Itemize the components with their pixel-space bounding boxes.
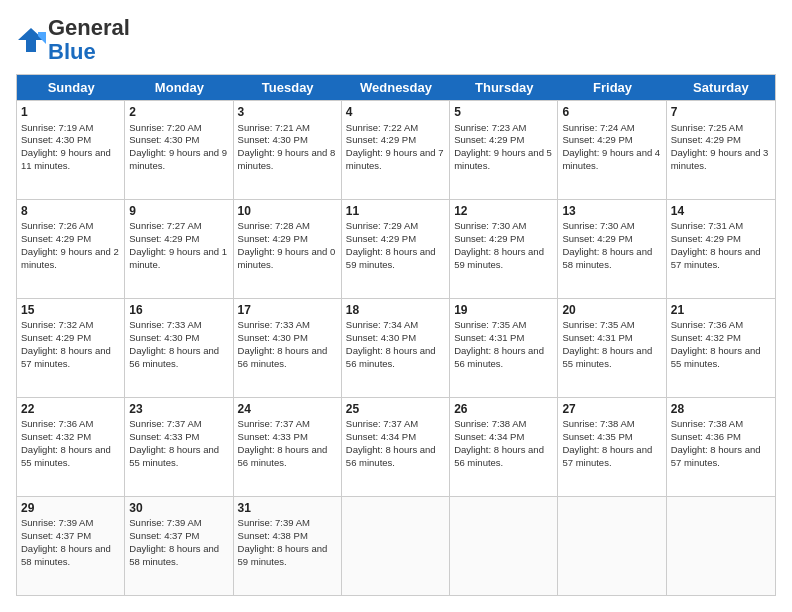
sunset: Sunset: 4:29 PM (454, 134, 524, 145)
sunset: Sunset: 4:32 PM (21, 431, 91, 442)
sunset: Sunset: 4:34 PM (454, 431, 524, 442)
sunset: Sunset: 4:29 PM (21, 233, 91, 244)
sunset: Sunset: 4:29 PM (346, 233, 416, 244)
calendar-cell: 29Sunrise: 7:39 AMSunset: 4:37 PMDayligh… (17, 497, 125, 595)
header-tuesday: Tuesday (234, 75, 342, 100)
sunrise: Sunrise: 7:36 AM (21, 418, 93, 429)
sunset: Sunset: 4:35 PM (562, 431, 632, 442)
daylight: Daylight: 8 hours and 56 minutes. (238, 345, 328, 369)
calendar-row: 15Sunrise: 7:32 AMSunset: 4:29 PMDayligh… (17, 298, 775, 397)
daylight: Daylight: 8 hours and 56 minutes. (454, 345, 544, 369)
day-number: 17 (238, 302, 337, 318)
sunset: Sunset: 4:33 PM (129, 431, 199, 442)
calendar-cell: 18Sunrise: 7:34 AMSunset: 4:30 PMDayligh… (342, 299, 450, 397)
sunset: Sunset: 4:34 PM (346, 431, 416, 442)
daylight: Daylight: 9 hours and 7 minutes. (346, 147, 444, 171)
sunrise: Sunrise: 7:24 AM (562, 122, 634, 133)
svg-marker-0 (18, 28, 44, 52)
day-number: 25 (346, 401, 445, 417)
calendar-cell: 28Sunrise: 7:38 AMSunset: 4:36 PMDayligh… (667, 398, 775, 496)
sunset: Sunset: 4:29 PM (238, 233, 308, 244)
calendar-cell: 13Sunrise: 7:30 AMSunset: 4:29 PMDayligh… (558, 200, 666, 298)
daylight: Daylight: 9 hours and 3 minutes. (671, 147, 769, 171)
page-header: General Blue (16, 16, 776, 64)
daylight: Daylight: 8 hours and 56 minutes. (346, 345, 436, 369)
daylight: Daylight: 8 hours and 55 minutes. (129, 444, 219, 468)
sunrise: Sunrise: 7:39 AM (21, 517, 93, 528)
day-number: 15 (21, 302, 120, 318)
daylight: Daylight: 9 hours and 9 minutes. (129, 147, 227, 171)
header-thursday: Thursday (450, 75, 558, 100)
daylight: Daylight: 9 hours and 8 minutes. (238, 147, 336, 171)
sunset: Sunset: 4:30 PM (346, 332, 416, 343)
calendar-cell: 8Sunrise: 7:26 AMSunset: 4:29 PMDaylight… (17, 200, 125, 298)
calendar-row: 29Sunrise: 7:39 AMSunset: 4:37 PMDayligh… (17, 496, 775, 595)
calendar-cell: 1Sunrise: 7:19 AMSunset: 4:30 PMDaylight… (17, 101, 125, 199)
sunrise: Sunrise: 7:37 AM (129, 418, 201, 429)
calendar-cell: 15Sunrise: 7:32 AMSunset: 4:29 PMDayligh… (17, 299, 125, 397)
sunrise: Sunrise: 7:38 AM (671, 418, 743, 429)
calendar-cell: 12Sunrise: 7:30 AMSunset: 4:29 PMDayligh… (450, 200, 558, 298)
daylight: Daylight: 8 hours and 56 minutes. (346, 444, 436, 468)
day-number: 7 (671, 104, 771, 120)
day-number: 22 (21, 401, 120, 417)
sunrise: Sunrise: 7:21 AM (238, 122, 310, 133)
calendar-cell (342, 497, 450, 595)
calendar-cell: 23Sunrise: 7:37 AMSunset: 4:33 PMDayligh… (125, 398, 233, 496)
sunrise: Sunrise: 7:23 AM (454, 122, 526, 133)
sunset: Sunset: 4:31 PM (562, 332, 632, 343)
sunset: Sunset: 4:30 PM (238, 332, 308, 343)
daylight: Daylight: 9 hours and 5 minutes. (454, 147, 552, 171)
calendar-cell: 26Sunrise: 7:38 AMSunset: 4:34 PMDayligh… (450, 398, 558, 496)
day-number: 31 (238, 500, 337, 516)
sunset: Sunset: 4:30 PM (129, 134, 199, 145)
daylight: Daylight: 8 hours and 55 minutes. (21, 444, 111, 468)
calendar-header: Sunday Monday Tuesday Wednesday Thursday… (17, 75, 775, 100)
sunrise: Sunrise: 7:39 AM (238, 517, 310, 528)
sunrise: Sunrise: 7:36 AM (671, 319, 743, 330)
sunset: Sunset: 4:29 PM (671, 134, 741, 145)
daylight: Daylight: 9 hours and 11 minutes. (21, 147, 111, 171)
day-number: 10 (238, 203, 337, 219)
daylight: Daylight: 8 hours and 56 minutes. (238, 444, 328, 468)
sunrise: Sunrise: 7:34 AM (346, 319, 418, 330)
sunrise: Sunrise: 7:30 AM (562, 220, 634, 231)
page-container: General Blue Sunday Monday Tuesday Wedne… (0, 0, 792, 612)
daylight: Daylight: 8 hours and 57 minutes. (562, 444, 652, 468)
sunset: Sunset: 4:29 PM (562, 233, 632, 244)
sunset: Sunset: 4:29 PM (562, 134, 632, 145)
calendar-cell: 19Sunrise: 7:35 AMSunset: 4:31 PMDayligh… (450, 299, 558, 397)
sunset: Sunset: 4:36 PM (671, 431, 741, 442)
sunrise: Sunrise: 7:30 AM (454, 220, 526, 231)
day-number: 30 (129, 500, 228, 516)
calendar-cell: 2Sunrise: 7:20 AMSunset: 4:30 PMDaylight… (125, 101, 233, 199)
sunrise: Sunrise: 7:28 AM (238, 220, 310, 231)
calendar-cell: 20Sunrise: 7:35 AMSunset: 4:31 PMDayligh… (558, 299, 666, 397)
calendar: Sunday Monday Tuesday Wednesday Thursday… (16, 74, 776, 596)
calendar-cell: 25Sunrise: 7:37 AMSunset: 4:34 PMDayligh… (342, 398, 450, 496)
day-number: 27 (562, 401, 661, 417)
sunrise: Sunrise: 7:20 AM (129, 122, 201, 133)
daylight: Daylight: 8 hours and 59 minutes. (346, 246, 436, 270)
sunset: Sunset: 4:30 PM (129, 332, 199, 343)
day-number: 14 (671, 203, 771, 219)
day-number: 21 (671, 302, 771, 318)
sunrise: Sunrise: 7:38 AM (562, 418, 634, 429)
calendar-cell: 4Sunrise: 7:22 AMSunset: 4:29 PMDaylight… (342, 101, 450, 199)
daylight: Daylight: 9 hours and 1 minute. (129, 246, 227, 270)
sunrise: Sunrise: 7:26 AM (21, 220, 93, 231)
logo-icon (16, 26, 46, 54)
day-number: 1 (21, 104, 120, 120)
calendar-cell: 10Sunrise: 7:28 AMSunset: 4:29 PMDayligh… (234, 200, 342, 298)
calendar-cell: 31Sunrise: 7:39 AMSunset: 4:38 PMDayligh… (234, 497, 342, 595)
sunset: Sunset: 4:30 PM (21, 134, 91, 145)
calendar-cell (558, 497, 666, 595)
sunrise: Sunrise: 7:32 AM (21, 319, 93, 330)
sunrise: Sunrise: 7:33 AM (238, 319, 310, 330)
sunrise: Sunrise: 7:29 AM (346, 220, 418, 231)
sunrise: Sunrise: 7:27 AM (129, 220, 201, 231)
daylight: Daylight: 8 hours and 57 minutes. (671, 246, 761, 270)
day-number: 9 (129, 203, 228, 219)
header-saturday: Saturday (667, 75, 775, 100)
calendar-cell: 22Sunrise: 7:36 AMSunset: 4:32 PMDayligh… (17, 398, 125, 496)
